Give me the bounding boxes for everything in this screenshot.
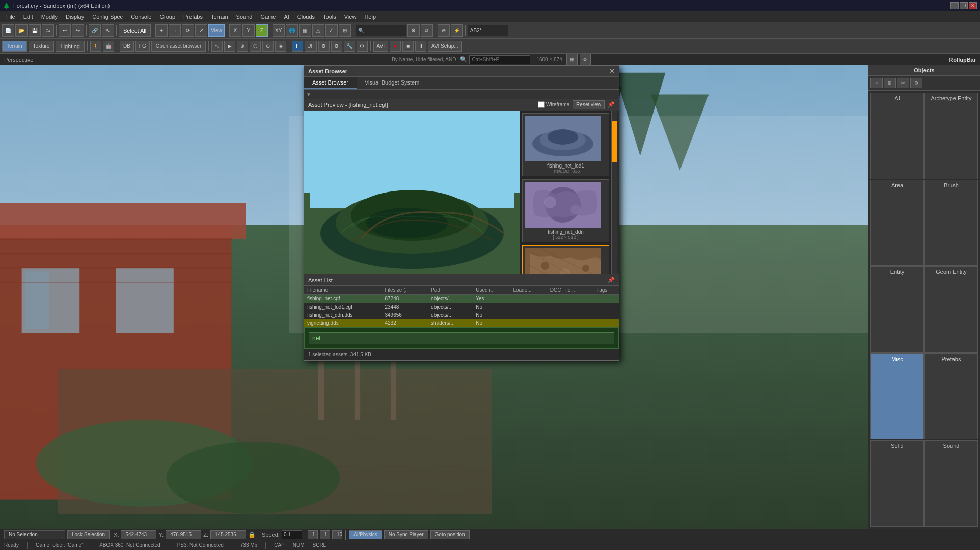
restore-button[interactable]: ❐: [960, 2, 968, 9]
menu-item-file[interactable]: File: [2, 13, 19, 21]
search-go-button[interactable]: ⚙: [407, 24, 420, 37]
col-tags[interactable]: Tags: [593, 286, 619, 295]
category-solid[interactable]: Solid: [870, 440, 924, 527]
select-all-button[interactable]: Select All: [119, 24, 151, 37]
undo-button[interactable]: ↩: [59, 24, 71, 37]
obj-icon-4[interactable]: ⚙: [910, 78, 922, 88]
fold-icon[interactable]: ▼: [306, 92, 311, 97]
tb-z-button[interactable]: Z: [256, 24, 268, 37]
uf-button[interactable]: UF: [305, 41, 316, 52]
thumb-diff[interactable]: fishing_net_diff [ 512 × 512 ]: [522, 245, 609, 274]
f-button[interactable]: F: [292, 41, 303, 52]
layers2-button[interactable]: ⊕: [237, 41, 248, 52]
close-button[interactable]: ✕: [969, 2, 977, 9]
wireframe-check-input[interactable]: [538, 101, 545, 108]
reset-view-button[interactable]: Reset view: [573, 100, 605, 109]
thumbnails-scrollbar[interactable]: [611, 111, 617, 274]
ai-button[interactable]: 🤖: [103, 41, 114, 52]
triangle-button[interactable]: △: [312, 24, 324, 37]
viewport-settings-button[interactable]: ⚙: [580, 54, 591, 65]
save-all-button[interactable]: 🗂: [42, 24, 54, 37]
menu-item-group[interactable]: Group: [155, 13, 179, 21]
col-dcc[interactable]: DCC File...: [547, 286, 593, 295]
scale-button[interactable]: ⤢: [195, 24, 207, 37]
physics-button[interactable]: ⚡: [451, 24, 463, 37]
rotate-button[interactable]: ⟳: [182, 24, 194, 37]
tb-y-button[interactable]: Y: [242, 24, 255, 37]
scrollbar-thumb[interactable]: [612, 121, 617, 162]
menu-item-edit[interactable]: Edit: [19, 13, 37, 21]
settings3-button[interactable]: 🔧: [344, 41, 355, 52]
viewport-search-input[interactable]: [469, 55, 530, 64]
scene-viewport[interactable]: Asset Browser ✕ Asset Browser Visual Bud…: [0, 65, 868, 529]
table-row[interactable]: fishing_net.cgf 87248 objects/... Yes: [304, 295, 619, 303]
new-button[interactable]: 📄: [2, 24, 14, 37]
gear-button[interactable]: ⚙: [318, 41, 330, 52]
menu-item-modify[interactable]: Modify: [37, 13, 62, 21]
layers-button[interactable]: ⊕: [438, 24, 450, 37]
pause-button[interactable]: ⏸: [415, 41, 426, 52]
col-used[interactable]: Used i...: [473, 286, 510, 295]
tb-x-button[interactable]: X: [229, 24, 241, 37]
run-button[interactable]: ▶: [224, 41, 235, 52]
cursor-button[interactable]: ↖: [102, 24, 114, 37]
settings4-button[interactable]: ⚙: [357, 41, 368, 52]
table-row[interactable]: fishing_net_ddn.dds 349656 objects/... N…: [304, 311, 619, 319]
fg-button[interactable]: FG: [135, 41, 150, 52]
arrow-button[interactable]: →: [169, 24, 181, 37]
menu-item-display[interactable]: Display: [62, 13, 88, 21]
y-coord-value[interactable]: 476.9515: [166, 530, 201, 539]
thumb-ddn[interactable]: fishing_net_ddn [ 512 × 512 ]: [522, 179, 609, 242]
cursor2-button[interactable]: ↖: [211, 41, 223, 52]
val1-btn[interactable]: 1: [308, 530, 318, 539]
save-button[interactable]: 💾: [29, 24, 41, 37]
menu-item-sound[interactable]: Sound: [232, 13, 257, 21]
ab-tab-budget[interactable]: Visual Budget System: [357, 77, 427, 89]
category-ai[interactable]: AI: [870, 93, 924, 179]
diamond-button[interactable]: ◈: [275, 41, 286, 52]
grid-button[interactable]: ▦: [299, 24, 311, 37]
lighting-button[interactable]: Lighting: [56, 41, 85, 52]
minimize-button[interactable]: ─: [950, 2, 959, 9]
menu-item-clouds[interactable]: Clouds: [293, 13, 319, 21]
lock-selection-button[interactable]: Lock Selection: [67, 530, 110, 539]
person-button[interactable]: 🚶: [90, 41, 101, 52]
ab-tab-browser[interactable]: Asset Browser: [304, 77, 357, 89]
x-coord-value[interactable]: 542.4743: [121, 530, 156, 539]
ab-close-button[interactable]: ✕: [609, 67, 615, 75]
col-path[interactable]: Path: [428, 286, 473, 295]
category-area[interactable]: Area: [870, 180, 924, 266]
redo-button[interactable]: ↪: [72, 24, 84, 37]
menu-item-terrain[interactable]: Terrain: [207, 13, 232, 21]
speed-input[interactable]: [282, 530, 302, 539]
menu-item-help[interactable]: Help: [360, 13, 380, 21]
ab-list-pin[interactable]: 📌: [608, 277, 615, 283]
avi-setup-button[interactable]: AVI Setup...: [428, 41, 462, 52]
category-entity[interactable]: Entity: [870, 266, 924, 353]
obj-icon-1[interactable]: ≡: [870, 78, 883, 88]
category-geom-entity[interactable]: Geom Entity: [924, 266, 978, 353]
table-row[interactable]: fishing_net_lod1.cgf 23448 objects/... N…: [304, 303, 619, 311]
db-button[interactable]: DB: [120, 41, 134, 52]
open-button[interactable]: 📂: [15, 24, 28, 37]
menu-item-prefabs[interactable]: Prefabs: [179, 13, 207, 21]
view-button[interactable]: View: [208, 24, 225, 37]
val3-btn[interactable]: 10: [332, 530, 342, 539]
texture-button[interactable]: Texture: [29, 41, 55, 52]
thumb-lod1[interactable]: fishing_net_lod1 Tris/LOD: 836: [522, 113, 609, 176]
val2-btn[interactable]: 1: [320, 530, 330, 539]
stop-button[interactable]: ■: [402, 41, 414, 52]
z-coord-value[interactable]: 145.2536: [210, 530, 246, 539]
col-filesize[interactable]: Filesize (...: [382, 286, 428, 295]
ab-search-input[interactable]: [309, 332, 614, 344]
sync-player-button[interactable]: No Sync Player: [384, 530, 428, 539]
menu-item-view[interactable]: View: [340, 13, 361, 21]
settings2-button[interactable]: ⚙: [331, 41, 342, 52]
table-row-highlighted[interactable]: vignetting.dds 4232 shaders/... No: [304, 319, 619, 327]
open-asset-btn[interactable]: Open asset browser: [151, 41, 206, 52]
category-sound[interactable]: Sound: [924, 440, 978, 527]
xy-button[interactable]: XY: [273, 24, 285, 37]
category-prefabs[interactable]: Prefabs: [924, 353, 978, 440]
menu-item-ai[interactable]: AI: [280, 13, 293, 21]
copy-button[interactable]: ⧉: [421, 24, 433, 37]
